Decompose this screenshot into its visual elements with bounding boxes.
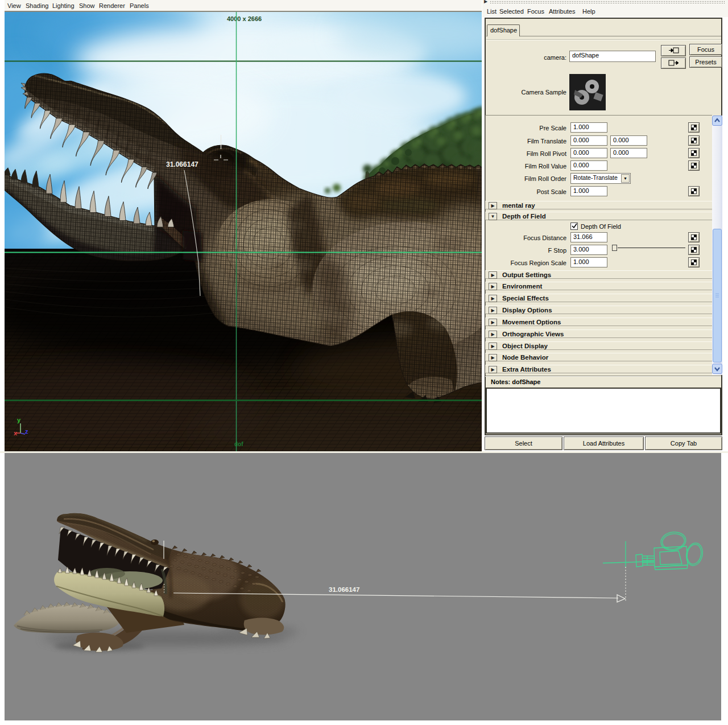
svg-text:4000 x 2666: 4000 x 2666 xyxy=(227,15,262,22)
svg-text:31.066147: 31.066147 xyxy=(166,160,198,168)
svg-text:dof: dof xyxy=(234,441,243,447)
svg-text:x: x xyxy=(14,430,18,436)
svg-text:z: z xyxy=(25,428,28,435)
svg-text:y: y xyxy=(17,417,21,423)
svg-text:31.066147: 31.066147 xyxy=(329,586,359,593)
